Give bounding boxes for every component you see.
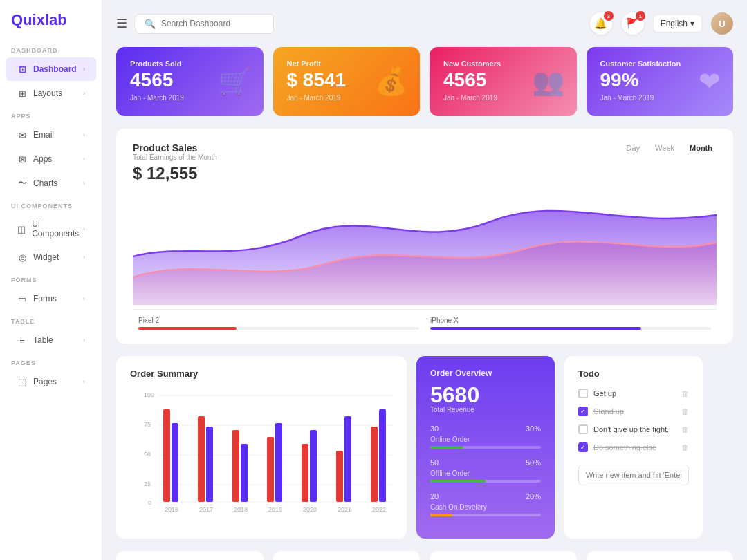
people-icon: 👥 bbox=[532, 66, 564, 97]
money-icon: 💰 bbox=[375, 66, 407, 97]
oo-online-value: 30 bbox=[430, 424, 439, 433]
notification-bell-button[interactable]: 🔔 3 bbox=[590, 12, 612, 35]
period-day-button[interactable]: Day bbox=[622, 142, 645, 153]
todo-item-2: Stand up 🗑 bbox=[578, 407, 689, 416]
todo-checkbox-1[interactable] bbox=[578, 389, 588, 398]
oo-row-online: 30 30% Online Order bbox=[430, 424, 541, 449]
sidebar-item-forms[interactable]: ▭ Forms › bbox=[6, 287, 96, 310]
todo-delete-1[interactable]: 🗑 bbox=[681, 389, 689, 398]
sidebar-section-pages: PAGES ⬚ Pages › bbox=[0, 353, 102, 394]
todo-delete-4[interactable]: 🗑 bbox=[681, 443, 689, 451]
svg-text:2019: 2019 bbox=[268, 506, 282, 513]
oo-offline-value: 50 bbox=[430, 458, 439, 467]
period-month-button[interactable]: Month bbox=[685, 142, 717, 153]
todo-checkbox-2[interactable] bbox=[578, 407, 588, 416]
progress-fill bbox=[138, 327, 237, 330]
chart-title: Product Sales bbox=[133, 142, 217, 153]
todo-new-input[interactable] bbox=[578, 465, 689, 485]
mini-card-3 bbox=[430, 551, 577, 560]
language-selector[interactable]: English ▾ bbox=[654, 15, 701, 32]
svg-rect-10 bbox=[163, 409, 170, 502]
svg-text:2020: 2020 bbox=[303, 506, 317, 513]
oo-online-bar bbox=[430, 446, 463, 449]
todo-text-3: Don't give up the fight. bbox=[593, 425, 669, 433]
heart-icon: ❤ bbox=[699, 66, 721, 97]
notification-flag-badge: 1 bbox=[636, 11, 645, 21]
email-icon: ✉ bbox=[17, 129, 28, 140]
section-label-forms: FORMS bbox=[0, 270, 102, 286]
chevron-icon: › bbox=[83, 180, 85, 187]
svg-rect-23 bbox=[379, 409, 386, 502]
chevron-icon: › bbox=[83, 254, 85, 261]
sidebar-item-label: Table bbox=[33, 335, 53, 345]
sidebar-item-label: Layouts bbox=[33, 88, 62, 98]
svg-rect-15 bbox=[241, 444, 248, 502]
todo-checkbox-3[interactable] bbox=[578, 424, 588, 434]
section-label-pages: PAGES bbox=[0, 353, 102, 369]
svg-text:2022: 2022 bbox=[372, 506, 386, 513]
notification-flag-button[interactable]: 🚩 1 bbox=[622, 12, 644, 35]
sidebar-item-apps[interactable]: ⊠ Apps › bbox=[6, 147, 96, 171]
section-label-ui: UI COMPONENTS bbox=[0, 196, 102, 212]
svg-rect-12 bbox=[198, 416, 205, 502]
sidebar-item-pages[interactable]: ⬚ Pages › bbox=[6, 370, 96, 393]
todo-checkbox-4[interactable] bbox=[578, 442, 588, 452]
chart-progress-row: Pixel 2 iPhone X bbox=[133, 309, 717, 330]
hamburger-menu-button[interactable]: ☰ bbox=[116, 16, 127, 31]
sidebar-item-dashboard[interactable]: ⊡ Dashboard › bbox=[6, 57, 96, 81]
chevron-icon: › bbox=[83, 66, 85, 73]
logo: Quixlab bbox=[0, 11, 102, 40]
mini-card-2 bbox=[273, 551, 421, 560]
search-input[interactable] bbox=[161, 19, 265, 28]
chart-total: $ 12,555 bbox=[133, 164, 217, 183]
chevron-icon: › bbox=[83, 295, 85, 302]
svg-rect-19 bbox=[310, 430, 317, 502]
sidebar-item-charts[interactable]: 〜 Charts › bbox=[6, 171, 96, 195]
sidebar-section-ui: UI COMPONENTS ◫ UI Components › ◎ Widget… bbox=[0, 196, 102, 270]
period-week-button[interactable]: Week bbox=[651, 142, 679, 153]
table-icon: ≡ bbox=[17, 335, 28, 346]
search-box: 🔍 bbox=[136, 14, 274, 34]
todo-item-3: Don't give up the fight. 🗑 bbox=[578, 424, 689, 434]
sidebar-item-ui-components[interactable]: ◫ UI Components › bbox=[6, 213, 96, 245]
sidebar-item-widget[interactable]: ◎ Widget › bbox=[6, 245, 96, 269]
chevron-down-icon: ▾ bbox=[690, 19, 694, 28]
pages-icon: ⬚ bbox=[17, 376, 28, 387]
area-chart bbox=[133, 187, 717, 305]
oo-row-cash: 20 20% Cash On Develery bbox=[430, 492, 541, 516]
svg-text:2016: 2016 bbox=[165, 506, 178, 513]
progress-label: iPhone X bbox=[430, 317, 711, 324]
search-icon: 🔍 bbox=[145, 19, 156, 29]
todo-delete-3[interactable]: 🗑 bbox=[681, 425, 689, 433]
svg-rect-20 bbox=[336, 451, 343, 502]
chevron-icon: › bbox=[83, 131, 85, 138]
sidebar-item-label: Dashboard bbox=[33, 64, 77, 74]
svg-rect-13 bbox=[206, 427, 213, 502]
sidebar-section-forms: FORMS ▭ Forms › bbox=[0, 270, 102, 311]
svg-text:2018: 2018 bbox=[234, 506, 248, 513]
svg-text:2021: 2021 bbox=[338, 506, 351, 513]
sidebar-item-layouts[interactable]: ⊞ Layouts › bbox=[6, 82, 96, 105]
cart-icon: 🛒 bbox=[219, 66, 251, 97]
oo-row-offline: 50 50% Offline Order bbox=[430, 458, 541, 483]
sidebar-item-email[interactable]: ✉ Email › bbox=[6, 123, 96, 147]
svg-text:2017: 2017 bbox=[199, 506, 213, 513]
sidebar-item-label: Apps bbox=[33, 154, 52, 164]
bar-chart: 100 75 50 25 0 bbox=[130, 389, 393, 513]
svg-text:75: 75 bbox=[144, 421, 151, 428]
order-overview-label: Total Revenue bbox=[430, 406, 541, 413]
charts-icon: 〜 bbox=[17, 178, 28, 189]
svg-text:25: 25 bbox=[144, 480, 151, 487]
svg-rect-21 bbox=[344, 416, 351, 502]
user-avatar[interactable]: U bbox=[711, 12, 733, 35]
sidebar-item-label: Forms bbox=[33, 294, 57, 304]
chart-subtitle: Total Earnings of the Month bbox=[133, 153, 217, 161]
todo-delete-2[interactable]: 🗑 bbox=[681, 407, 689, 416]
sidebar-section-apps: APPS ✉ Email › ⊠ Apps › 〜 Charts › bbox=[0, 106, 102, 196]
sidebar-item-table[interactable]: ≡ Table › bbox=[6, 328, 96, 352]
notification-badge: 3 bbox=[604, 11, 614, 21]
kpi-cards-row: Products Sold 4565 Jan - March 2019 🛒 Ne… bbox=[116, 47, 733, 116]
sidebar-item-label: Email bbox=[33, 130, 54, 140]
kpi-net-profit: Net Profit $ 8541 Jan - March 2019 💰 bbox=[273, 47, 421, 116]
main-content: ☰ 🔍 🔔 3 🚩 1 English ▾ U Products S bbox=[102, 0, 747, 560]
